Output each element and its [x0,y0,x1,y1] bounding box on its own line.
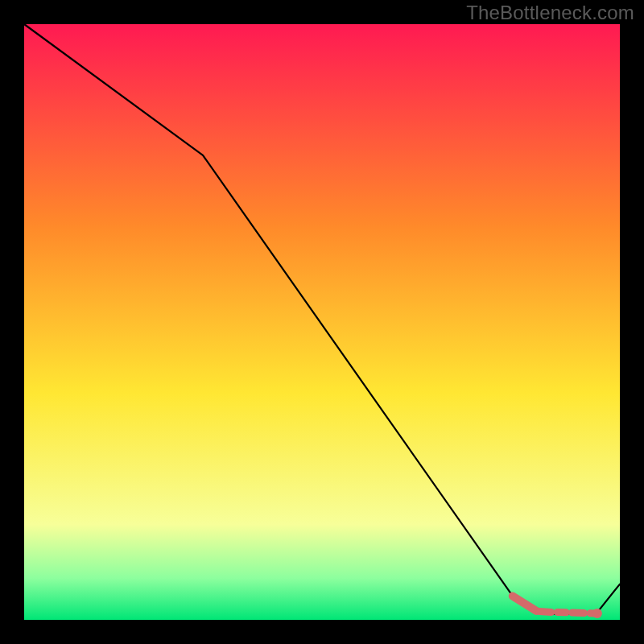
accent-dash [539,612,551,613]
bottleneck-chart [0,0,644,644]
plot-area [24,24,620,620]
watermark-text: TheBottleneck.com [466,2,634,24]
accent-segment-dashes [539,612,595,613]
accent-dot [592,609,602,618]
